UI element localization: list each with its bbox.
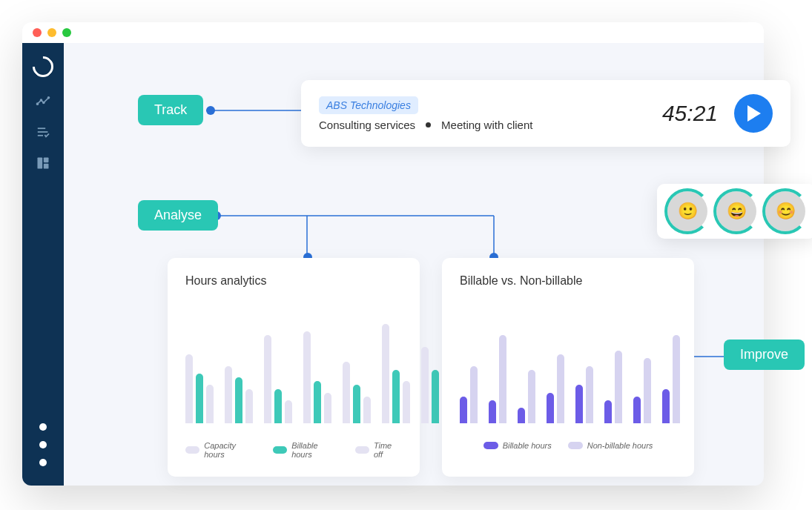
more-menu-icon[interactable] <box>39 423 47 471</box>
timer-card: ABS Technologies Consulting services Mee… <box>301 80 790 147</box>
svg-point-1 <box>41 99 42 101</box>
legend-label: Non-billable hours <box>587 441 653 450</box>
svg-point-0 <box>37 103 39 105</box>
hours-chart <box>185 308 402 423</box>
timer-display: 45:21 <box>662 101 718 126</box>
analyse-pill: Analyse <box>138 200 218 231</box>
team-avatars: 🙂 😄 😊 <box>657 184 812 239</box>
play-icon <box>747 105 762 122</box>
improve-pill: Improve <box>724 340 805 370</box>
titlebar <box>22 22 764 43</box>
client-tag: ABS Technologies <box>319 96 418 114</box>
hours-legend: Capacity hours Billable hours Time off <box>185 441 402 459</box>
app-window: Track Analyse Improve ABS Technologies C… <box>22 22 764 486</box>
project-label: Consulting services <box>319 119 415 131</box>
billable-chart-card: Billable vs. Non-billable Billable hours… <box>442 258 694 477</box>
content-area: Track Analyse Improve ABS Technologies C… <box>64 43 764 486</box>
billable-chart <box>460 308 676 423</box>
track-pill: Track <box>138 95 203 125</box>
task-label: Meeting with client <box>441 119 532 131</box>
legend-label: Billable hours <box>503 441 552 450</box>
activity-icon[interactable] <box>36 93 50 108</box>
billable-legend: Billable hours Non-billable hours <box>460 441 676 450</box>
legend-label: Billable hours <box>291 441 339 459</box>
svg-rect-9 <box>44 164 49 169</box>
chart-title: Billable vs. Non-billable <box>460 274 676 288</box>
svg-point-3 <box>48 97 50 99</box>
close-window-icon[interactable] <box>33 28 42 37</box>
avatar[interactable]: 😄 <box>716 191 756 231</box>
legend-label: Capacity hours <box>204 441 257 459</box>
minimize-window-icon[interactable] <box>47 28 56 37</box>
list-check-icon[interactable] <box>36 125 50 139</box>
svg-marker-15 <box>747 105 761 122</box>
chart-title: Hours analytics <box>185 274 402 288</box>
maximize-window-icon[interactable] <box>62 28 71 37</box>
avatar[interactable]: 😊 <box>765 191 805 231</box>
hours-analytics-card: Hours analytics Capacity hours Billable … <box>168 258 420 477</box>
sidebar <box>22 43 64 486</box>
avatar[interactable]: 🙂 <box>667 191 707 231</box>
svg-point-2 <box>43 102 44 104</box>
play-button[interactable] <box>734 94 773 133</box>
legend-label: Time off <box>374 441 402 459</box>
svg-rect-7 <box>38 158 43 169</box>
separator-dot-icon <box>426 122 431 128</box>
svg-rect-8 <box>44 158 49 163</box>
app-logo-icon[interactable] <box>28 52 58 82</box>
dashboard-icon[interactable] <box>36 156 50 170</box>
